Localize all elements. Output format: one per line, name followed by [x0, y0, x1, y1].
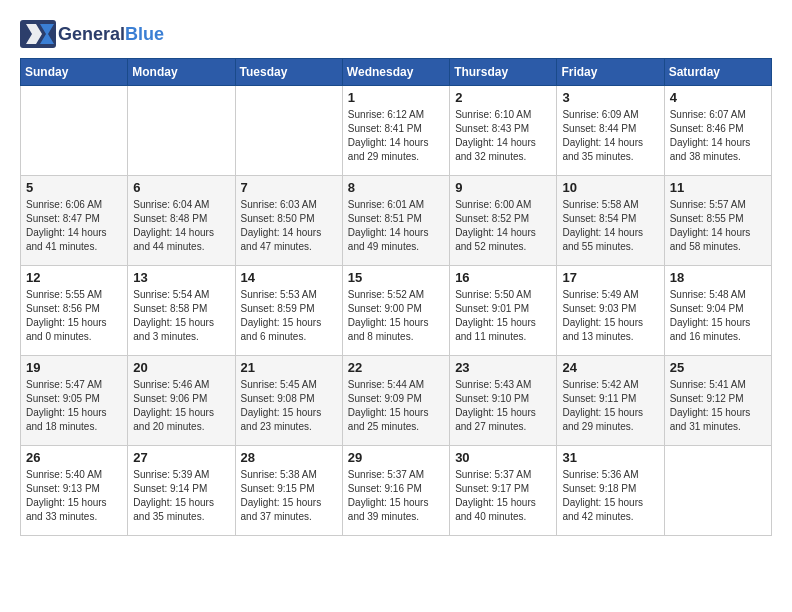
- calendar-cell: 5Sunrise: 6:06 AMSunset: 8:47 PMDaylight…: [21, 176, 128, 266]
- day-number: 31: [562, 450, 658, 465]
- calendar-cell: 17Sunrise: 5:49 AMSunset: 9:03 PMDayligh…: [557, 266, 664, 356]
- day-number: 19: [26, 360, 122, 375]
- calendar-week-row: 12Sunrise: 5:55 AMSunset: 8:56 PMDayligh…: [21, 266, 772, 356]
- calendar-cell: 13Sunrise: 5:54 AMSunset: 8:58 PMDayligh…: [128, 266, 235, 356]
- day-info: Sunrise: 6:09 AMSunset: 8:44 PMDaylight:…: [562, 108, 658, 164]
- day-info: Sunrise: 5:57 AMSunset: 8:55 PMDaylight:…: [670, 198, 766, 254]
- calendar-cell: 15Sunrise: 5:52 AMSunset: 9:00 PMDayligh…: [342, 266, 449, 356]
- calendar-header-row: SundayMondayTuesdayWednesdayThursdayFrid…: [21, 59, 772, 86]
- day-number: 29: [348, 450, 444, 465]
- day-info: Sunrise: 5:46 AMSunset: 9:06 PMDaylight:…: [133, 378, 229, 434]
- calendar-cell: [128, 86, 235, 176]
- day-number: 13: [133, 270, 229, 285]
- weekday-header-sunday: Sunday: [21, 59, 128, 86]
- calendar-cell: 14Sunrise: 5:53 AMSunset: 8:59 PMDayligh…: [235, 266, 342, 356]
- day-info: Sunrise: 5:54 AMSunset: 8:58 PMDaylight:…: [133, 288, 229, 344]
- day-number: 1: [348, 90, 444, 105]
- calendar-cell: 11Sunrise: 5:57 AMSunset: 8:55 PMDayligh…: [664, 176, 771, 266]
- day-number: 26: [26, 450, 122, 465]
- calendar-cell: 27Sunrise: 5:39 AMSunset: 9:14 PMDayligh…: [128, 446, 235, 536]
- day-number: 17: [562, 270, 658, 285]
- calendar-cell: 26Sunrise: 5:40 AMSunset: 9:13 PMDayligh…: [21, 446, 128, 536]
- day-info: Sunrise: 6:03 AMSunset: 8:50 PMDaylight:…: [241, 198, 337, 254]
- calendar-week-row: 26Sunrise: 5:40 AMSunset: 9:13 PMDayligh…: [21, 446, 772, 536]
- day-number: 9: [455, 180, 551, 195]
- day-info: Sunrise: 5:37 AMSunset: 9:17 PMDaylight:…: [455, 468, 551, 524]
- day-number: 18: [670, 270, 766, 285]
- calendar-cell: 23Sunrise: 5:43 AMSunset: 9:10 PMDayligh…: [450, 356, 557, 446]
- weekday-header-tuesday: Tuesday: [235, 59, 342, 86]
- calendar-cell: 3Sunrise: 6:09 AMSunset: 8:44 PMDaylight…: [557, 86, 664, 176]
- day-info: Sunrise: 5:52 AMSunset: 9:00 PMDaylight:…: [348, 288, 444, 344]
- calendar-week-row: 5Sunrise: 6:06 AMSunset: 8:47 PMDaylight…: [21, 176, 772, 266]
- day-number: 28: [241, 450, 337, 465]
- day-info: Sunrise: 5:45 AMSunset: 9:08 PMDaylight:…: [241, 378, 337, 434]
- calendar-cell: 16Sunrise: 5:50 AMSunset: 9:01 PMDayligh…: [450, 266, 557, 356]
- calendar-cell: 22Sunrise: 5:44 AMSunset: 9:09 PMDayligh…: [342, 356, 449, 446]
- weekday-header-monday: Monday: [128, 59, 235, 86]
- page-header: GeneralBlue: [20, 20, 772, 48]
- logo: GeneralBlue: [20, 20, 164, 48]
- day-number: 14: [241, 270, 337, 285]
- day-number: 12: [26, 270, 122, 285]
- day-info: Sunrise: 5:47 AMSunset: 9:05 PMDaylight:…: [26, 378, 122, 434]
- day-number: 11: [670, 180, 766, 195]
- day-number: 3: [562, 90, 658, 105]
- calendar-cell: [235, 86, 342, 176]
- calendar-table: SundayMondayTuesdayWednesdayThursdayFrid…: [20, 58, 772, 536]
- day-info: Sunrise: 5:36 AMSunset: 9:18 PMDaylight:…: [562, 468, 658, 524]
- calendar-cell: 30Sunrise: 5:37 AMSunset: 9:17 PMDayligh…: [450, 446, 557, 536]
- calendar-cell: 8Sunrise: 6:01 AMSunset: 8:51 PMDaylight…: [342, 176, 449, 266]
- day-info: Sunrise: 5:39 AMSunset: 9:14 PMDaylight:…: [133, 468, 229, 524]
- calendar-cell: 31Sunrise: 5:36 AMSunset: 9:18 PMDayligh…: [557, 446, 664, 536]
- day-info: Sunrise: 5:55 AMSunset: 8:56 PMDaylight:…: [26, 288, 122, 344]
- day-number: 15: [348, 270, 444, 285]
- day-info: Sunrise: 5:48 AMSunset: 9:04 PMDaylight:…: [670, 288, 766, 344]
- day-number: 23: [455, 360, 551, 375]
- day-info: Sunrise: 5:37 AMSunset: 9:16 PMDaylight:…: [348, 468, 444, 524]
- calendar-cell: 24Sunrise: 5:42 AMSunset: 9:11 PMDayligh…: [557, 356, 664, 446]
- day-info: Sunrise: 5:44 AMSunset: 9:09 PMDaylight:…: [348, 378, 444, 434]
- day-info: Sunrise: 5:50 AMSunset: 9:01 PMDaylight:…: [455, 288, 551, 344]
- calendar-cell: [21, 86, 128, 176]
- calendar-week-row: 19Sunrise: 5:47 AMSunset: 9:05 PMDayligh…: [21, 356, 772, 446]
- calendar-cell: 12Sunrise: 5:55 AMSunset: 8:56 PMDayligh…: [21, 266, 128, 356]
- day-number: 22: [348, 360, 444, 375]
- day-info: Sunrise: 5:40 AMSunset: 9:13 PMDaylight:…: [26, 468, 122, 524]
- logo-icon: [20, 20, 56, 48]
- logo-general-text: General: [58, 24, 125, 45]
- calendar-cell: 28Sunrise: 5:38 AMSunset: 9:15 PMDayligh…: [235, 446, 342, 536]
- calendar-cell: 1Sunrise: 6:12 AMSunset: 8:41 PMDaylight…: [342, 86, 449, 176]
- logo-blue-text: Blue: [125, 24, 164, 45]
- calendar-cell: 25Sunrise: 5:41 AMSunset: 9:12 PMDayligh…: [664, 356, 771, 446]
- day-number: 27: [133, 450, 229, 465]
- day-number: 4: [670, 90, 766, 105]
- day-number: 30: [455, 450, 551, 465]
- calendar-cell: 6Sunrise: 6:04 AMSunset: 8:48 PMDaylight…: [128, 176, 235, 266]
- day-info: Sunrise: 6:10 AMSunset: 8:43 PMDaylight:…: [455, 108, 551, 164]
- calendar-cell: 21Sunrise: 5:45 AMSunset: 9:08 PMDayligh…: [235, 356, 342, 446]
- day-number: 7: [241, 180, 337, 195]
- calendar-cell: 20Sunrise: 5:46 AMSunset: 9:06 PMDayligh…: [128, 356, 235, 446]
- day-info: Sunrise: 6:04 AMSunset: 8:48 PMDaylight:…: [133, 198, 229, 254]
- day-number: 2: [455, 90, 551, 105]
- day-info: Sunrise: 6:01 AMSunset: 8:51 PMDaylight:…: [348, 198, 444, 254]
- weekday-header-wednesday: Wednesday: [342, 59, 449, 86]
- weekday-header-saturday: Saturday: [664, 59, 771, 86]
- day-info: Sunrise: 6:00 AMSunset: 8:52 PMDaylight:…: [455, 198, 551, 254]
- day-info: Sunrise: 6:07 AMSunset: 8:46 PMDaylight:…: [670, 108, 766, 164]
- day-number: 25: [670, 360, 766, 375]
- calendar-cell: [664, 446, 771, 536]
- day-number: 10: [562, 180, 658, 195]
- calendar-cell: 7Sunrise: 6:03 AMSunset: 8:50 PMDaylight…: [235, 176, 342, 266]
- calendar-cell: 29Sunrise: 5:37 AMSunset: 9:16 PMDayligh…: [342, 446, 449, 536]
- calendar-cell: 18Sunrise: 5:48 AMSunset: 9:04 PMDayligh…: [664, 266, 771, 356]
- calendar-cell: 10Sunrise: 5:58 AMSunset: 8:54 PMDayligh…: [557, 176, 664, 266]
- day-number: 6: [133, 180, 229, 195]
- day-number: 5: [26, 180, 122, 195]
- day-info: Sunrise: 5:49 AMSunset: 9:03 PMDaylight:…: [562, 288, 658, 344]
- day-info: Sunrise: 5:53 AMSunset: 8:59 PMDaylight:…: [241, 288, 337, 344]
- day-info: Sunrise: 5:43 AMSunset: 9:10 PMDaylight:…: [455, 378, 551, 434]
- day-number: 24: [562, 360, 658, 375]
- day-number: 8: [348, 180, 444, 195]
